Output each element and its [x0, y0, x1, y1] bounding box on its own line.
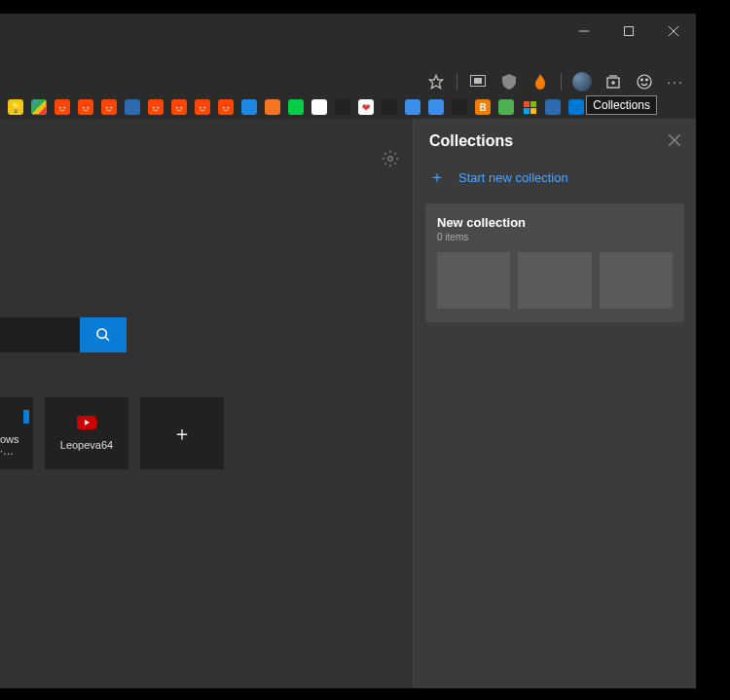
svg-point-31: [203, 107, 205, 109]
bookmark-blogger[interactable]: B: [475, 99, 491, 115]
svg-point-25: [157, 107, 159, 109]
browser-window: ··· 💡❤B⚙ Collections ows ·… Leopeva64 ＋: [0, 14, 696, 688]
favorite-star-icon[interactable]: [425, 71, 447, 92]
start-new-collection-button[interactable]: ＋ Start new collection: [414, 158, 696, 203]
svg-rect-1: [625, 27, 634, 36]
svg-point-19: [87, 107, 89, 109]
svg-point-38: [97, 329, 106, 338]
svg-point-37: [388, 157, 393, 162]
bookmark-doc[interactable]: [311, 99, 327, 115]
svg-point-15: [59, 107, 61, 109]
svg-point-21: [106, 107, 108, 109]
tile-label: Leopeva64: [60, 439, 113, 451]
youtube-icon: [77, 416, 96, 429]
plus-icon: ＋: [429, 167, 445, 188]
bookmark-uo[interactable]: [382, 99, 397, 115]
svg-point-22: [110, 107, 112, 109]
quick-link-tile[interactable]: ows ·…: [0, 397, 33, 469]
svg-point-34: [227, 107, 229, 109]
bookmark-flask[interactable]: [125, 99, 140, 115]
collection-card-thumbnails: [437, 252, 673, 309]
window-close-button[interactable]: [651, 17, 696, 46]
svg-point-13: [646, 79, 648, 81]
quick-link-tile-youtube[interactable]: Leopeva64: [45, 397, 128, 469]
svg-point-24: [153, 107, 155, 109]
collections-panel: Collections ＋ Start new collection New c…: [413, 119, 696, 688]
svg-point-33: [223, 107, 225, 109]
bookmark-pin[interactable]: [218, 99, 234, 115]
svg-point-18: [83, 107, 85, 109]
bookmark-heart[interactable]: ❤: [358, 99, 374, 115]
window-titlebar: [0, 14, 696, 49]
search-input[interactable]: [0, 317, 80, 352]
bookmark-reddit1[interactable]: [55, 99, 70, 115]
quick-links-tiles: ows ·… Leopeva64 ＋: [0, 397, 224, 469]
bookmark-reddit3[interactable]: [101, 99, 117, 115]
bookmark-wave[interactable]: [241, 99, 257, 115]
bookmark-amazon[interactable]: [335, 99, 350, 115]
more-menu-icon[interactable]: ···: [665, 71, 686, 92]
profile-avatar-icon[interactable]: [571, 71, 593, 92]
media-cast-icon[interactable]: [467, 71, 489, 92]
bookmark-win2[interactable]: [428, 99, 444, 115]
svg-marker-4: [429, 75, 442, 88]
privacy-shield-icon[interactable]: [498, 71, 520, 92]
collections-panel-title: Collections: [429, 132, 513, 150]
window-minimize-button[interactable]: [562, 17, 606, 46]
bookmark-crunchy[interactable]: [265, 99, 280, 115]
search-button[interactable]: [80, 317, 127, 352]
svg-point-27: [176, 107, 178, 109]
toolbar-separator: [456, 73, 457, 91]
svg-point-30: [200, 107, 201, 109]
svg-rect-6: [474, 78, 482, 84]
extension-flame-icon[interactable]: [529, 71, 551, 92]
collections-panel-close-icon[interactable]: [669, 133, 680, 149]
start-new-collection-label: Start new collection: [458, 170, 568, 185]
bookmark-deviant[interactable]: [288, 99, 304, 115]
svg-point-28: [180, 107, 182, 109]
bookmark-reddit5[interactable]: [171, 99, 187, 115]
collection-card-title: New collection: [437, 215, 673, 230]
bookmark-reddit2[interactable]: [78, 99, 93, 115]
bookmark-pen[interactable]: [498, 99, 514, 115]
bookmark-docs[interactable]: [545, 99, 561, 115]
tile-label: ows ·…: [0, 433, 29, 457]
search-bar: [0, 317, 127, 352]
bookmark-reddit4[interactable]: [148, 99, 164, 115]
collection-thumbnail-placeholder: [600, 252, 673, 309]
bookmark-edge[interactable]: [568, 99, 584, 115]
svg-point-11: [638, 75, 651, 89]
collections-panel-header: Collections: [414, 119, 696, 158]
bookmark-hub[interactable]: [452, 99, 467, 115]
bookmark-bulb[interactable]: 💡: [8, 99, 23, 115]
collection-thumbnail-placeholder: [518, 252, 591, 309]
bookmark-maps[interactable]: [31, 99, 47, 115]
collection-thumbnail-placeholder: [437, 252, 510, 309]
browser-toolbar: ···: [425, 66, 696, 97]
page-settings-gear-icon[interactable]: [382, 150, 399, 171]
new-tab-page: ows ·… Leopeva64 ＋: [0, 119, 413, 688]
svg-point-12: [641, 79, 643, 81]
bookmark-reddit6[interactable]: [195, 99, 210, 115]
collection-card[interactable]: New collection 0 items: [425, 203, 684, 322]
svg-line-39: [105, 337, 109, 341]
bookmark-msft[interactable]: [522, 99, 537, 115]
feedback-smiley-icon[interactable]: [634, 71, 655, 92]
collections-icon[interactable]: [602, 71, 624, 92]
collections-tooltip: Collections: [586, 95, 657, 115]
plus-icon: ＋: [172, 421, 192, 447]
svg-point-16: [63, 107, 65, 109]
collection-card-item-count: 0 items: [437, 232, 673, 242]
bookmark-win1[interactable]: [405, 99, 420, 115]
window-maximize-button[interactable]: [606, 17, 651, 46]
toolbar-separator: [561, 73, 562, 91]
add-quick-link-tile[interactable]: ＋: [140, 397, 224, 469]
